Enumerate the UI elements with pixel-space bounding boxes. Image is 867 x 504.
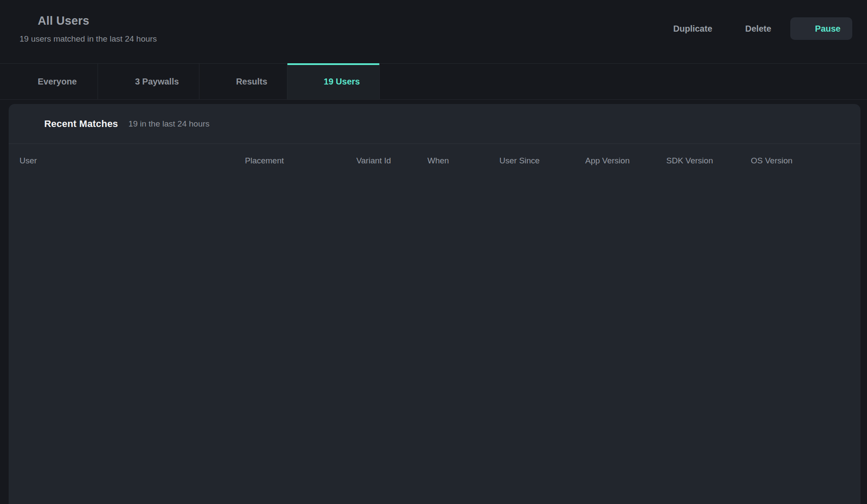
split-arrow-icon (21, 76, 31, 87)
duplicate-label: Duplicate (673, 24, 712, 34)
delete-label: Delete (745, 24, 771, 34)
card-title: Recent Matches (44, 118, 118, 130)
page-subtitle: 19 users matched in the last 24 hours (20, 34, 157, 44)
column-header-sdk-version: SDK Version (666, 156, 751, 166)
users-icon (27, 118, 38, 129)
trash-icon (731, 24, 740, 33)
phone-icon (118, 76, 128, 87)
page-header: All Users 19 users matched in the last 2… (0, 0, 867, 63)
column-header-app-version: App Version (585, 156, 666, 166)
tab-19-users[interactable]: 19 Users (287, 64, 380, 99)
column-header-user-since: User Since (499, 156, 585, 166)
tab-3-paywalls[interactable]: 3 Paywalls (98, 64, 199, 99)
pause-label: Pause (815, 24, 841, 34)
pause-button[interactable]: Pause (790, 17, 852, 40)
tab-bar: Everyone 3 Paywalls Results 19 Users (0, 63, 867, 100)
pencil-icon[interactable] (98, 16, 108, 26)
column-header-placement: Placement (245, 156, 356, 166)
column-header-os-version: OS Version (751, 156, 837, 166)
pause-icon (802, 25, 809, 33)
header-actions: Duplicate Delete Pause (659, 17, 852, 40)
tab-everyone[interactable]: Everyone (0, 64, 98, 99)
tab-results[interactable]: Results (199, 64, 287, 99)
chevron-down-icon (213, 120, 221, 127)
refresh-button[interactable] (834, 117, 848, 131)
column-header-user: User (20, 156, 245, 166)
card-header: Recent Matches 19 in the last 24 hours (9, 104, 860, 144)
recent-matches-card: Recent Matches 19 in the last 24 hours U… (9, 104, 860, 504)
duplicate-icon (659, 24, 668, 33)
duplicate-button[interactable]: Duplicate (659, 24, 712, 34)
column-header-when: When (427, 156, 499, 166)
chart-icon (219, 76, 229, 87)
delete-button[interactable]: Delete (731, 24, 771, 34)
time-filter-dropdown[interactable]: 19 in the last 24 hours (128, 119, 221, 129)
time-filter-label: 19 in the last 24 hours (128, 119, 209, 129)
users-icon (19, 15, 31, 27)
table-header-row: UserPlacementVariant IdWhenUser SinceApp… (9, 144, 860, 178)
users-icon (307, 76, 317, 87)
page-title: All Users (38, 14, 89, 28)
column-header-variant-id: Variant Id (356, 156, 427, 166)
